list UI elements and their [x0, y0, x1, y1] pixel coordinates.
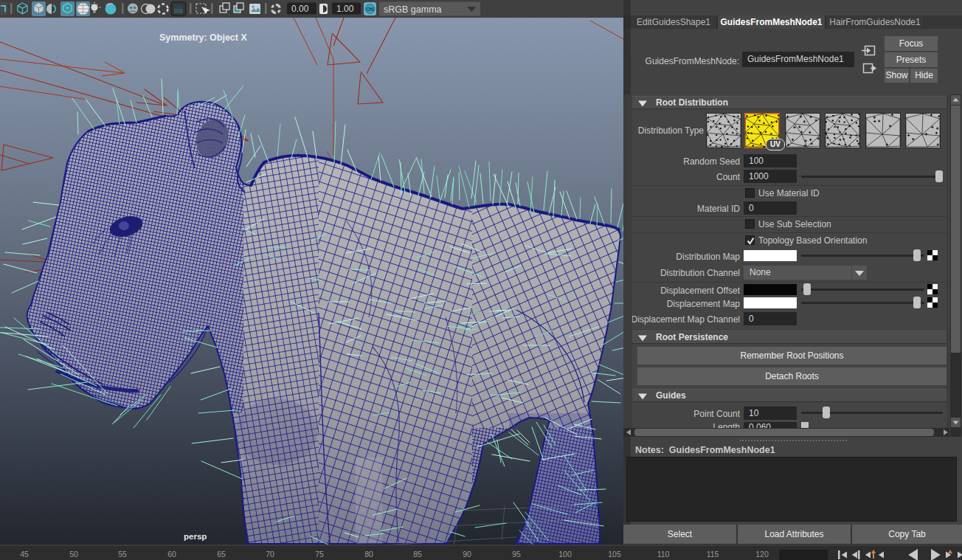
svg-text:120: 120 [755, 550, 769, 559]
svg-text:100: 100 [558, 550, 572, 559]
svg-text:70: 70 [266, 550, 274, 559]
svg-text:45: 45 [20, 550, 29, 559]
svg-text:95: 95 [512, 550, 521, 559]
svg-text:60: 60 [167, 550, 176, 559]
svg-text:0.00: 0.00 [291, 4, 309, 14]
svg-text:65: 65 [217, 550, 226, 559]
svg-text:ON: ON [366, 7, 374, 12]
svg-text:105: 105 [608, 550, 621, 559]
svg-text:110: 110 [657, 550, 670, 559]
svg-text:75: 75 [315, 550, 324, 559]
svg-text:1.00: 1.00 [336, 4, 354, 14]
svg-text:Symmetry: Object X: Symmetry: Object X [159, 32, 247, 43]
svg-text:80: 80 [364, 550, 373, 559]
svg-text:90: 90 [463, 550, 471, 559]
svg-text:85: 85 [413, 550, 422, 559]
svg-text:50: 50 [69, 550, 78, 559]
svg-text:persp: persp [184, 532, 207, 541]
svg-text:115: 115 [707, 550, 719, 559]
svg-text:55: 55 [118, 550, 127, 559]
svg-text:sRGB gamma: sRGB gamma [384, 4, 442, 15]
